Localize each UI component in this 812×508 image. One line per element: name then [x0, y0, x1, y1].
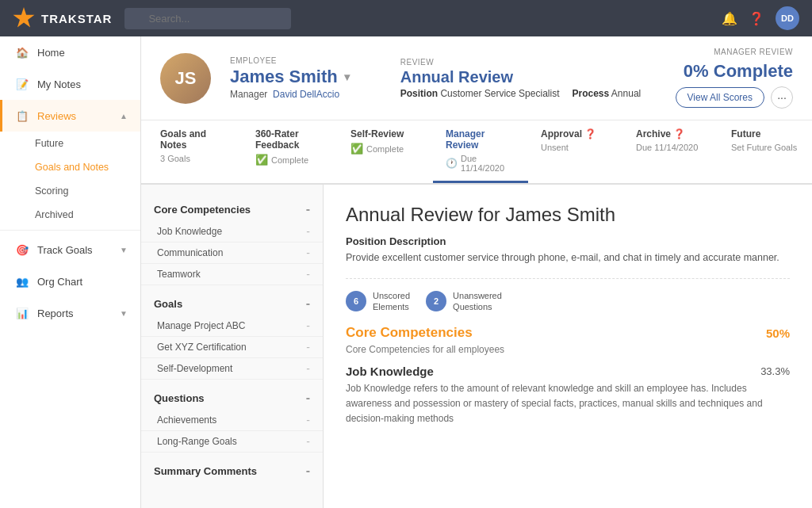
review-tabs: Goals and Notes 3 Goals 360-Rater Feedba…: [141, 120, 812, 185]
unscored-badge: 6 UnscoredElements: [346, 290, 410, 313]
tab-goals-notes[interactable]: Goals and Notes 3 Goals: [147, 120, 243, 183]
manager-review-section: Manager Review 0% Complete View All Scor…: [676, 48, 793, 109]
lp-core-comp-title: Core Competencies: [154, 204, 251, 216]
employee-name-chevron-icon[interactable]: ▾: [344, 71, 350, 83]
org-chart-icon: 👥: [15, 274, 29, 288]
brand-name: TRAKSTAR: [41, 12, 112, 25]
lp-section-goals: Goals - Manage Project ABC- Get XYZ Cert…: [141, 292, 323, 380]
lp-summary-comments-collapse[interactable]: -: [306, 464, 310, 478]
review-section: Review Annual Review Position Customer S…: [400, 58, 642, 99]
review-full-title: Annual Review for James Smith: [346, 204, 790, 226]
lp-item-achievements[interactable]: Achievements-: [141, 410, 323, 431]
tab-approval[interactable]: Approval ❓ Unsent: [528, 120, 623, 183]
unanswered-badge: 2 UnansweredQuestions: [426, 290, 502, 313]
manager-link[interactable]: David DellAccio: [273, 89, 339, 100]
reviews-submenu: Future Goals and Notes Scoring Archived: [0, 132, 140, 227]
unanswered-count: 2: [426, 291, 446, 311]
lp-section-core-competencies: Core Competencies - Job Knowledge- Commu…: [141, 197, 323, 285]
sidebar-label-reports: Reports: [37, 307, 112, 319]
tab-future[interactable]: Future Set Future Goals: [718, 120, 812, 183]
sidebar-sub-goals-notes[interactable]: Goals and Notes: [35, 155, 140, 179]
lp-item-self-dev[interactable]: Self-Development-: [141, 358, 323, 380]
tab-archive[interactable]: Archive ❓ Due 11/14/2020: [623, 120, 718, 183]
core-comp-section-title: Core Competencies: [346, 325, 473, 341]
score-badges: 6 UnscoredElements 2 UnansweredQuestions: [346, 290, 790, 313]
lp-section-summary-comments: Summary Comments -: [141, 459, 323, 483]
logo-star-icon: [13, 7, 35, 29]
review-label: Review: [400, 58, 642, 67]
reports-chevron-icon: ▼: [120, 309, 128, 318]
brand-logo: TRAKSTAR: [13, 7, 112, 29]
sidebar-label-org-chart: Org Chart: [37, 276, 128, 288]
core-comp-desc: Core Competencies for all employees: [346, 344, 790, 355]
right-panel: Annual Review for James Smith Position D…: [324, 185, 812, 508]
sidebar-label-my-notes: My Notes: [37, 78, 128, 90]
reviews-chevron-icon: ▲: [120, 112, 128, 120]
search-input[interactable]: [124, 8, 291, 29]
reports-icon: 📊: [15, 306, 29, 320]
sidebar-item-reports[interactable]: 📊 Reports ▼: [0, 297, 140, 329]
core-comp-pct: 50%: [766, 327, 790, 340]
avatar: JS: [160, 53, 211, 104]
tab-360-rater[interactable]: 360-Rater Feedback ✅ Complete: [243, 120, 338, 183]
sidebar-item-reviews[interactable]: 📋 Reviews ▲: [0, 100, 140, 132]
sidebar-label-home: Home: [37, 47, 128, 59]
notes-icon: 📝: [15, 77, 29, 91]
position-desc-label: Position Description: [346, 235, 790, 247]
topnav: TRAKSTAR 🔔 ❓ DD: [0, 0, 812, 36]
lp-questions-title: Questions: [154, 392, 205, 404]
lp-item-teamwork[interactable]: Teamwork-: [141, 264, 323, 285]
employee-header: JS Employee James Smith ▾ Manager David …: [141, 36, 812, 120]
view-all-scores-button[interactable]: View All Scores: [676, 87, 764, 108]
sidebar-item-home[interactable]: 🏠 Home: [0, 36, 140, 68]
sidebar-item-org-chart[interactable]: 👥 Org Chart: [0, 265, 140, 297]
job-knowledge-text: Job Knowledge refers to the amount of re…: [346, 381, 790, 426]
user-avatar[interactable]: DD: [776, 6, 799, 30]
sidebar-sub-future[interactable]: Future: [35, 132, 140, 155]
more-options-button[interactable]: ···: [771, 86, 793, 109]
job-knowledge-header: Job Knowledge 33.3%: [346, 365, 790, 378]
lp-goals-title: Goals: [154, 298, 182, 310]
sidebar-item-my-notes[interactable]: 📝 My Notes: [0, 68, 140, 100]
search-container: [124, 8, 347, 29]
lp-item-long-range[interactable]: Long-Range Goals-: [141, 431, 323, 453]
manager-review-label: Manager Review: [714, 48, 793, 56]
sidebar-item-track-goals[interactable]: 🎯 Track Goals ▼: [0, 234, 140, 265]
home-icon: 🏠: [15, 45, 29, 59]
complete-pct: 0% Complete: [684, 61, 793, 82]
lp-item-job-knowledge[interactable]: Job Knowledge-: [141, 221, 323, 243]
employee-label: Employee: [230, 56, 350, 65]
lp-item-manage-project[interactable]: Manage Project ABC-: [141, 315, 323, 337]
employee-manager: Manager David DellAccio: [230, 89, 350, 100]
tab-self-review[interactable]: Self-Review ✅ Complete: [338, 120, 433, 183]
job-knowledge-title: Job Knowledge: [346, 365, 434, 378]
sidebar-sub-scoring[interactable]: Scoring: [35, 179, 140, 203]
help-icon[interactable]: ❓: [749, 11, 764, 26]
topnav-icons: 🔔 ❓ DD: [722, 6, 799, 30]
unscored-count: 6: [346, 291, 366, 311]
target-icon: 🎯: [15, 243, 29, 257]
review-details: Position Customer Service Specialist Pro…: [400, 88, 642, 99]
bell-icon[interactable]: 🔔: [722, 11, 737, 26]
sidebar-label-track-goals: Track Goals: [37, 244, 112, 256]
tab-manager-review[interactable]: Manager Review 🕐 Due 11/14/2020: [433, 120, 528, 183]
position-desc-text: Provide excellent customer service throu…: [346, 250, 790, 265]
lp-questions-collapse[interactable]: -: [306, 391, 310, 405]
lp-goals-collapse[interactable]: -: [306, 296, 310, 311]
employee-info: Employee James Smith ▾ Manager David Del…: [230, 56, 350, 100]
review-position: Position Customer Service Specialist: [400, 88, 560, 99]
lp-item-xyz-cert[interactable]: Get XYZ Certification-: [141, 337, 323, 358]
unanswered-label: UnansweredQuestions: [453, 290, 502, 313]
reviews-icon: 📋: [15, 109, 29, 123]
sidebar: 🏠 Home 📝 My Notes 📋 Reviews ▲ Future Goa…: [0, 36, 141, 508]
lp-item-communication[interactable]: Communication-: [141, 243, 323, 264]
job-knowledge-pct: 33.3%: [760, 365, 790, 377]
lp-summary-comments-title: Summary Comments: [154, 465, 257, 477]
review-process: Process Annual: [572, 88, 641, 99]
lp-section-questions: Questions - Achievements- Long-Range Goa…: [141, 386, 323, 453]
lp-core-comp-collapse[interactable]: -: [306, 202, 310, 216]
left-panel: Core Competencies - Job Knowledge- Commu…: [141, 185, 324, 508]
review-name: Annual Review: [400, 68, 642, 86]
sidebar-sub-archived[interactable]: Archived: [35, 203, 140, 227]
employee-name: James Smith: [230, 67, 338, 87]
